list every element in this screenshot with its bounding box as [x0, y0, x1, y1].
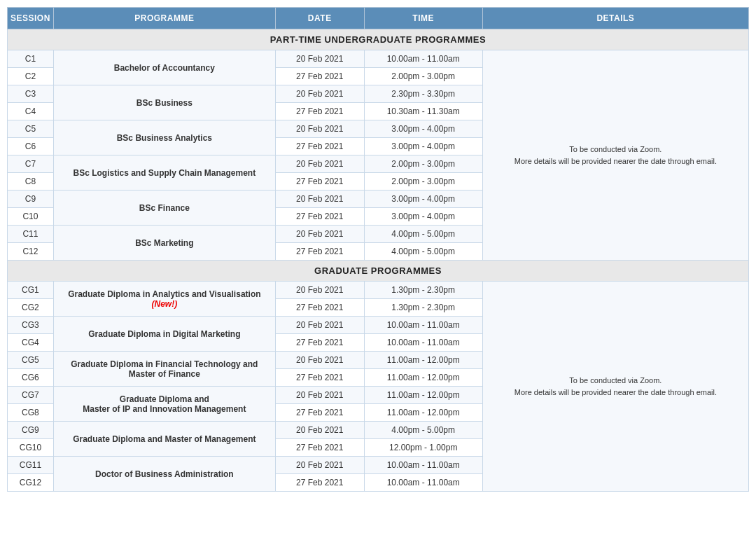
session-cell: CG9	[8, 422, 54, 439]
date-cell: 20 Feb 2021	[275, 387, 364, 404]
date-cell: 20 Feb 2021	[275, 422, 364, 439]
programme-cell: BSc Marketing	[53, 226, 275, 261]
section-title: GRADUATE PROGRAMMES	[8, 261, 749, 282]
programme-cell: Graduate Diploma in Financial Technology…	[53, 352, 275, 387]
time-cell: 11.00am - 12.00pm	[364, 387, 482, 404]
session-cell: CG4	[8, 334, 54, 352]
time-cell: 1.30pm - 2.30pm	[364, 282, 482, 299]
time-cell: 2.00pm - 3.00pm	[364, 155, 482, 173]
session-cell: C12	[8, 243, 54, 261]
new-label: (New!)	[152, 299, 178, 309]
header-details: DETAILS	[482, 8, 748, 29]
programme-cell: BSc Business	[53, 85, 275, 120]
date-cell: 20 Feb 2021	[275, 457, 364, 474]
time-cell: 11.00am - 12.00pm	[364, 352, 482, 369]
session-cell: C4	[8, 103, 54, 120]
section-title: PART-TIME UNDERGRADUATE PROGRAMMES	[8, 29, 749, 50]
session-cell: CG7	[8, 387, 54, 404]
time-cell: 3.00pm - 4.00pm	[364, 138, 482, 155]
time-cell: 4.00pm - 5.00pm	[364, 422, 482, 439]
header-session: SESSION	[8, 8, 54, 29]
date-cell: 27 Feb 2021	[275, 243, 364, 261]
table-row: CG1Graduate Diploma in Analytics and Vis…	[8, 282, 749, 299]
programme-cell: Graduate Diploma in Digital Marketing	[53, 317, 275, 352]
date-cell: 27 Feb 2021	[275, 173, 364, 191]
section-header-row: PART-TIME UNDERGRADUATE PROGRAMMES	[8, 29, 749, 50]
time-cell: 10.00am - 11.00am	[364, 317, 482, 334]
time-cell: 2.00pm - 3.00pm	[364, 173, 482, 191]
session-cell: C9	[8, 191, 54, 208]
session-cell: CG10	[8, 439, 54, 457]
programme-cell: Graduate Diploma andMaster of IP and Inn…	[53, 387, 275, 422]
date-cell: 20 Feb 2021	[275, 85, 364, 103]
time-cell: 10.00am - 11.00am	[364, 334, 482, 352]
schedule-table: SESSION PROGRAMME DATE TIME DETAILS PART…	[7, 7, 749, 492]
programme-cell: BSc Logistics and Supply Chain Managemen…	[53, 155, 275, 191]
session-cell: CG2	[8, 299, 54, 317]
date-cell: 27 Feb 2021	[275, 208, 364, 226]
time-cell: 11.00am - 12.00pm	[364, 404, 482, 422]
session-cell: CG3	[8, 317, 54, 334]
date-cell: 27 Feb 2021	[275, 299, 364, 317]
time-cell: 12.00pm - 1.00pm	[364, 439, 482, 457]
time-cell: 3.00pm - 4.00pm	[364, 120, 482, 138]
table-row: C1Bachelor of Accountancy20 Feb 202110.0…	[8, 50, 749, 68]
date-cell: 20 Feb 2021	[275, 226, 364, 243]
time-cell: 10.00am - 11.00am	[364, 50, 482, 68]
date-cell: 27 Feb 2021	[275, 404, 364, 422]
session-cell: C8	[8, 173, 54, 191]
section-header-row: GRADUATE PROGRAMMES	[8, 261, 749, 282]
programme-cell: Graduate Diploma in Analytics and Visual…	[53, 282, 275, 317]
session-cell: CG8	[8, 404, 54, 422]
session-cell: C3	[8, 85, 54, 103]
time-cell: 10.00am - 11.00am	[364, 457, 482, 474]
date-cell: 27 Feb 2021	[275, 138, 364, 155]
date-cell: 27 Feb 2021	[275, 439, 364, 457]
header-time: TIME	[364, 8, 482, 29]
session-cell: CG12	[8, 474, 54, 492]
time-cell: 4.00pm - 5.00pm	[364, 226, 482, 243]
time-cell: 4.00pm - 5.00pm	[364, 243, 482, 261]
time-cell: 1.30pm - 2.30pm	[364, 299, 482, 317]
session-cell: CG11	[8, 457, 54, 474]
session-cell: CG5	[8, 352, 54, 369]
header-date: DATE	[275, 8, 364, 29]
date-cell: 27 Feb 2021	[275, 334, 364, 352]
time-cell: 2.30pm - 3.30pm	[364, 85, 482, 103]
session-cell: C6	[8, 138, 54, 155]
session-cell: CG6	[8, 369, 54, 387]
date-cell: 20 Feb 2021	[275, 120, 364, 138]
programme-cell: Doctor of Business Administration	[53, 457, 275, 492]
details-cell: To be conducted via Zoom.More details wi…	[482, 282, 748, 492]
session-cell: C2	[8, 68, 54, 85]
session-cell: C5	[8, 120, 54, 138]
date-cell: 20 Feb 2021	[275, 155, 364, 173]
time-cell: 11.00am - 12.00pm	[364, 369, 482, 387]
session-cell: C10	[8, 208, 54, 226]
programme-cell: Graduate Diploma and Master of Managemen…	[53, 422, 275, 457]
date-cell: 20 Feb 2021	[275, 282, 364, 299]
programme-cell: BSc Business Analytics	[53, 120, 275, 155]
session-cell: CG1	[8, 282, 54, 299]
time-cell: 2.00pm - 3.00pm	[364, 68, 482, 85]
session-cell: C11	[8, 226, 54, 243]
date-cell: 20 Feb 2021	[275, 191, 364, 208]
time-cell: 10.00am - 11.00am	[364, 474, 482, 492]
session-cell: C1	[8, 50, 54, 68]
time-cell: 3.00pm - 4.00pm	[364, 208, 482, 226]
programme-cell: BSc Finance	[53, 191, 275, 226]
date-cell: 27 Feb 2021	[275, 68, 364, 85]
programme-cell: Bachelor of Accountancy	[53, 50, 275, 85]
date-cell: 27 Feb 2021	[275, 369, 364, 387]
time-cell: 10.30am - 11.30am	[364, 103, 482, 120]
header-programme: PROGRAMME	[53, 8, 275, 29]
date-cell: 20 Feb 2021	[275, 352, 364, 369]
time-cell: 3.00pm - 4.00pm	[364, 191, 482, 208]
details-cell: To be conducted via Zoom.More details wi…	[482, 50, 748, 261]
date-cell: 27 Feb 2021	[275, 103, 364, 120]
session-cell: C7	[8, 155, 54, 173]
date-cell: 27 Feb 2021	[275, 474, 364, 492]
date-cell: 20 Feb 2021	[275, 50, 364, 68]
date-cell: 20 Feb 2021	[275, 317, 364, 334]
